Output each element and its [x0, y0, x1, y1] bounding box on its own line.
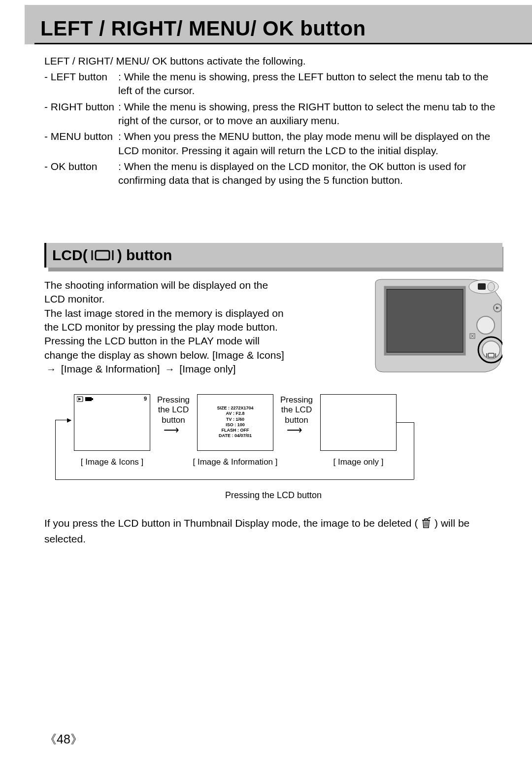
svg-rect-6	[478, 283, 486, 290]
screen2-info-block: SIZE : 2272X1704 AV : F2.8 TV : 1/60 ISO…	[198, 395, 273, 439]
def-row-menu: - MENU button : When you press the MENU …	[44, 129, 502, 159]
svg-rect-2	[96, 251, 109, 260]
def-label: - MENU button	[44, 129, 118, 159]
arrow-right-icon: ⟶	[164, 424, 179, 437]
play-battery-icons	[77, 396, 94, 402]
section-p3c: [Image only]	[179, 363, 235, 374]
definitions-table: - LEFT button : While the menu is showin…	[44, 69, 502, 189]
svg-rect-18	[92, 398, 93, 400]
info-iso: ISO : 100	[198, 422, 273, 428]
svg-rect-3	[387, 289, 463, 352]
press-label-1: Pressing the LCD button	[154, 395, 193, 425]
info-av: AV : F2.8	[198, 411, 273, 416]
screen-image-only	[320, 394, 397, 451]
screen1-icons-row	[74, 395, 150, 405]
def-row-left: - LEFT button : While the menu is showin…	[44, 69, 502, 99]
section-p3: Pressing the LCD button in the PLAY mode…	[44, 334, 291, 376]
def-label: - RIGHT button	[44, 99, 118, 129]
screen-image-icons: 9	[74, 394, 150, 451]
intro-text: LEFT / RIGHT/ MENU/ OK buttons activate …	[44, 55, 502, 67]
press-label-2: Pressing the LCD button	[277, 395, 316, 425]
screen-image-information: SIZE : 2272X1704 AV : F2.8 TV : 1/60 ISO…	[197, 394, 273, 451]
svg-point-7	[488, 282, 495, 291]
lcd-cycle-diagram: 9 [ Image & Icons ] Pressing the LCD but…	[49, 394, 498, 503]
info-size: SIZE : 2272X1704	[198, 405, 273, 411]
def-desc: : While the menu is showing, press the L…	[118, 69, 502, 99]
lcd-icon	[91, 249, 114, 262]
content-block-1: LEFT / RIGHT/ MENU/ OK buttons activate …	[44, 49, 502, 189]
def-label: - LEFT button	[44, 69, 118, 99]
section-title-suffix: ) button	[117, 247, 172, 264]
loop-line	[397, 422, 414, 423]
svg-rect-17	[85, 397, 92, 401]
page-number: 《48》	[44, 731, 83, 747]
info-date: DATE : 04/07/01	[198, 433, 273, 439]
section-text-column: The shooting information will be display…	[44, 278, 291, 376]
section-title-prefix: LCD(	[52, 247, 88, 264]
def-desc: : While the menu is showing, press the R…	[118, 99, 502, 129]
trailing-paragraph: If you press the LCD button in Thumbnail…	[44, 516, 502, 546]
manual-page: LEFT / RIGHT/ MENU/ OK button LEFT / RIG…	[0, 0, 532, 777]
svg-point-9	[477, 316, 495, 334]
section-p3b: [Image & Information]	[61, 363, 160, 374]
arrow-icon: →	[165, 364, 174, 374]
arrow-right-icon: ⟶	[287, 424, 302, 437]
section-heading: LCD( ) button	[44, 243, 502, 268]
page-title: LEFT / RIGHT/ MENU/ OK button	[40, 17, 366, 40]
section-p2: The last image stored in the memory is d…	[44, 306, 291, 335]
screen1-count: 9	[144, 396, 147, 402]
arrow-icon: →	[46, 364, 56, 374]
section-p1: The shooting information will be display…	[44, 278, 291, 306]
angle-left-icon: 《	[44, 732, 57, 746]
section-heading-wrap: LCD( ) button	[44, 243, 502, 268]
trash-icon	[421, 517, 432, 532]
def-row-right: - RIGHT button : While the menu is showi…	[44, 99, 502, 129]
info-flash: FLASH : OFF	[198, 428, 273, 433]
screen3-caption: [ Image only ]	[320, 457, 397, 467]
top-edge-gray	[25, 5, 532, 14]
camera-illustration	[374, 278, 502, 378]
section-body: The shooting information will be display…	[44, 278, 502, 376]
angle-right-icon: 》	[70, 732, 83, 746]
left-edge-gray	[25, 14, 34, 44]
def-desc: : When you press the MENU button, the pl…	[118, 129, 502, 159]
screen1-caption: [ Image & Icons ]	[74, 457, 150, 467]
screen2-caption: [ Image & Information ]	[187, 457, 283, 467]
svg-point-12	[482, 341, 500, 359]
loop-line	[55, 479, 414, 480]
arrow-right-icon: ▸	[67, 415, 71, 424]
def-label: - OK button	[44, 159, 118, 189]
loop-line	[55, 420, 56, 479]
trailing-pre: If you press the LCD button in Thumbnail…	[44, 517, 418, 529]
title-bar: LEFT / RIGHT/ MENU/ OK button	[34, 14, 532, 44]
info-tv: TV : 1/60	[198, 417, 273, 422]
diagram-bottom-label: Pressing the LCD button	[49, 490, 498, 501]
section-p3a: Pressing the LCD button in the PLAY mode…	[44, 335, 284, 360]
loop-line	[414, 422, 414, 479]
def-row-ok: - OK button : When the menu is displayed…	[44, 159, 502, 189]
def-desc: : When the menu is displayed on the LCD …	[118, 159, 502, 189]
page-number-value: 48	[57, 732, 70, 746]
